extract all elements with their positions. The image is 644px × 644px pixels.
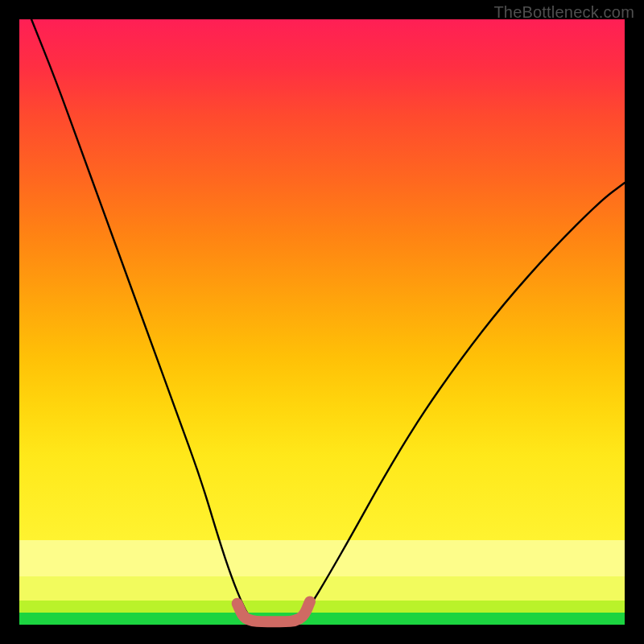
curve-right-branch xyxy=(298,183,625,621)
chart-frame: TheBottleneck.com xyxy=(0,0,644,644)
curve-left-branch xyxy=(31,19,252,621)
plot-area xyxy=(19,19,625,625)
trough-highlight xyxy=(237,601,310,621)
curve-layer xyxy=(19,19,625,625)
